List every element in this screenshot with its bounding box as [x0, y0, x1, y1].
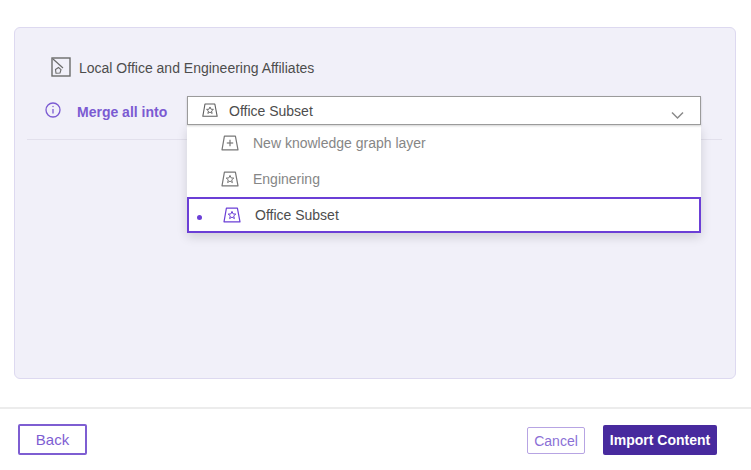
import-dialog: Local Office and Engineering Affiliates … [0, 0, 751, 470]
cancel-button[interactable]: Cancel [527, 427, 585, 454]
source-layer-label: Local Office and Engineering Affiliates [79, 60, 314, 76]
footer-divider [0, 407, 751, 409]
layer-plus-icon [220, 135, 240, 151]
layer-star-icon [220, 171, 240, 187]
dropdown-option-new-layer[interactable]: New knowledge graph layer [187, 125, 701, 161]
merge-panel: Local Office and Engineering Affiliates … [14, 27, 736, 379]
selected-dot [197, 215, 202, 220]
layer-square-icon [51, 57, 71, 77]
info-icon [45, 102, 61, 118]
dropdown-option-label: Enginering [253, 171, 320, 187]
merge-target-dropdown: New knowledge graph layer Enginering [187, 125, 701, 233]
import-content-button[interactable]: Import Content [603, 425, 717, 455]
select-value: Office Subset [229, 103, 313, 119]
dropdown-option-enginering[interactable]: Enginering [187, 161, 701, 197]
dropdown-option-label: Office Subset [255, 207, 339, 223]
dropdown-option-label: New knowledge graph layer [253, 135, 426, 151]
back-button[interactable]: Back [18, 424, 87, 455]
layer-star-icon [201, 103, 219, 118]
dropdown-option-office-subset[interactable]: Office Subset [187, 197, 701, 233]
chevron-down-icon [671, 106, 684, 115]
layer-star-icon [222, 207, 242, 223]
merge-all-into-label: Merge all into [77, 104, 167, 120]
merge-target-select[interactable]: Office Subset [187, 96, 701, 125]
